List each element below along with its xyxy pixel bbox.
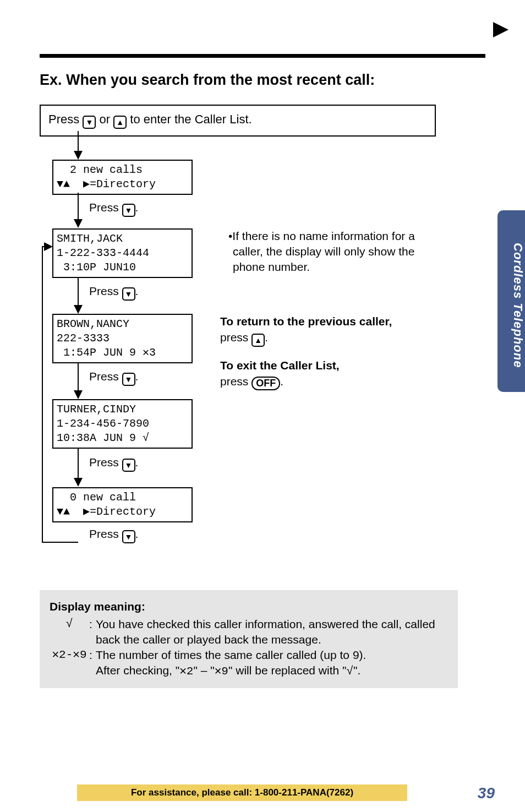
mono-text: ✕2: [179, 665, 193, 678]
line: SMITH,JACK: [57, 232, 123, 245]
press-label: Press: [89, 456, 122, 468]
display-caller-brown: BROWN,NANCY 222-3333 1:54P JUN 9 ✕3: [52, 314, 193, 363]
text: press: [220, 375, 251, 388]
line: 10:38A JUN 9 √: [57, 432, 149, 444]
period: .: [280, 375, 283, 388]
note-no-name-info: •If there is no name information for a c…: [228, 228, 438, 275]
press-down-step-4: Press ▼.: [89, 456, 138, 472]
footer-assistance: For assistance, please call: 1-800-211-P…: [77, 784, 407, 801]
colon: :: [89, 617, 96, 647]
up-key-icon: ▲: [113, 116, 127, 129]
line: 1-234-456-7890: [57, 417, 149, 430]
press-down-step-2: Press ▼.: [89, 285, 138, 301]
section-title: Ex. When you search from the most recent…: [40, 72, 375, 89]
period: .: [135, 201, 139, 214]
down-key-icon: ▼: [122, 373, 135, 386]
line: 2 new calls: [57, 164, 143, 176]
press-down-step-3: Press ▼.: [89, 370, 138, 386]
colon: :: [89, 647, 96, 679]
page-number: 39: [478, 784, 495, 802]
text: ".: [353, 664, 360, 677]
period: .: [135, 527, 139, 540]
press-label: Press: [89, 527, 122, 540]
text: " will be replaced with ": [228, 664, 347, 677]
times-symbol: ✕2-✕9: [50, 647, 89, 679]
instr-mid: or: [96, 112, 113, 126]
note-return-previous-body: press ▲.: [220, 330, 268, 347]
display-meaning-title: Display meaning:: [50, 599, 449, 614]
down-key-icon: ▼: [83, 116, 96, 129]
display-new-calls: 2 new calls ▼▲ ▶=Directory: [52, 160, 193, 195]
press-label: Press: [89, 370, 122, 383]
text: " – ": [193, 664, 214, 677]
check-symbol: √: [50, 617, 89, 647]
press-label: Press: [89, 285, 122, 297]
continue-arrow-icon: [493, 22, 508, 37]
press-down-step-5: Press ▼.: [89, 527, 138, 543]
display-zero-new-call: 0 new call ▼▲ ▶=Directory: [52, 487, 193, 522]
note-exit-body: press OFF.: [220, 374, 283, 390]
off-key-icon: OFF: [251, 377, 280, 390]
line: 3:10P JUN10: [57, 261, 136, 274]
note-exit-title: To exit the Caller List,: [220, 358, 429, 373]
line: ▼▲ ▶=Directory: [57, 505, 156, 518]
display-meaning-row-times: ✕2-✕9 : The number of times the same cal…: [50, 647, 449, 679]
display-caller-turner: TURNER,CINDY 1-234-456-7890 10:38A JUN 9…: [52, 399, 193, 449]
down-key-icon: ▼: [122, 459, 135, 472]
instr-suffix: to enter the Caller List.: [127, 112, 251, 126]
bold-text: To return to the previous caller,: [220, 315, 392, 328]
text: press: [220, 331, 251, 344]
down-key-icon: ▼: [122, 530, 135, 543]
text: After checking, ": [96, 664, 179, 677]
period: .: [135, 285, 139, 297]
text: The number of times the same caller call…: [96, 648, 366, 661]
display-meaning-panel: Display meaning: √ : You have checked th…: [40, 590, 458, 688]
period: .: [265, 331, 268, 344]
period: .: [135, 456, 139, 468]
page-footer: For assistance, please call: 1-800-211-P…: [0, 779, 525, 801]
side-tab-cordless-telephone: Cordless Telephone: [497, 210, 525, 392]
row2-text: The number of times the same caller call…: [96, 647, 366, 679]
display-caller-smith: SMITH,JACK 1-222-333-4444 3:10P JUN10: [52, 228, 193, 278]
line: 1-222-333-4444: [57, 247, 149, 259]
press-down-step-1: Press ▼.: [89, 201, 138, 217]
mono-text: √: [346, 665, 353, 678]
instr-prefix: Press: [48, 112, 83, 126]
press-label: Press: [89, 201, 122, 214]
note-return-previous-title: To return to the previous caller,: [220, 314, 440, 329]
enter-caller-list-instruction: Press ▼ or ▲ to enter the Caller List.: [40, 105, 436, 137]
mono-text: ✕9: [215, 665, 228, 678]
up-key-icon: ▲: [251, 334, 265, 347]
top-divider: [40, 54, 485, 58]
down-key-icon: ▼: [122, 287, 135, 301]
line: TURNER,CINDY: [57, 403, 136, 416]
period: .: [135, 370, 139, 383]
row1-text: You have checked this caller information…: [96, 617, 449, 647]
down-key-icon: ▼: [122, 204, 135, 217]
line: 0 new call: [57, 491, 136, 504]
line: 1:54P JUN 9 ✕3: [57, 346, 156, 359]
line: BROWN,NANCY: [57, 318, 129, 330]
bold-text: To exit the Caller List,: [220, 359, 340, 372]
line: ▼▲ ▶=Directory: [57, 178, 156, 190]
display-meaning-row-check: √ : You have checked this caller informa…: [50, 617, 449, 647]
line: 222-3333: [57, 332, 110, 345]
